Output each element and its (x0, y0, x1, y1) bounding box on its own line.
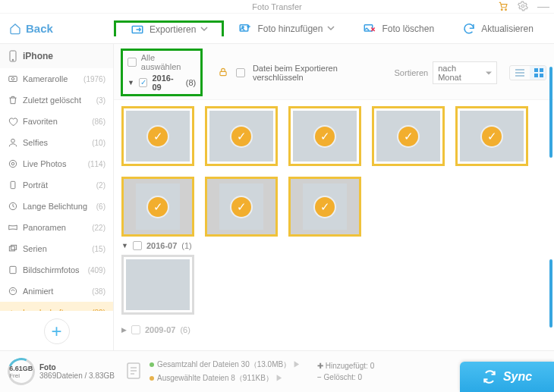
add-album-button[interactable]: + (44, 318, 70, 344)
encrypt-label: Datei beim Exportieren verschlüsseln (253, 64, 387, 82)
group-checkbox[interactable] (139, 78, 148, 87)
burst-icon (8, 243, 18, 254)
album-count: (409) (88, 266, 105, 274)
sidebar-item-kamerarolle[interactable]: Kamerarolle(1976) (0, 68, 113, 89)
sidebar-item-selfies[interactable]: Selfies(10) (0, 132, 113, 153)
album-label: Kamerarolle (23, 74, 68, 83)
group-name: 2009-07 (145, 325, 175, 334)
album-label: Live Photos (23, 159, 66, 168)
album-label: Bildschirmfotos (23, 265, 80, 274)
scrollbar[interactable] (549, 259, 552, 328)
album-label: Porträt (23, 180, 48, 190)
camera-icon (8, 74, 18, 84)
album-count: (2) (96, 181, 105, 190)
sidebar-item-favoriten[interactable]: Favoriten(86) (0, 111, 113, 132)
expand-icon[interactable]: ▶ (121, 326, 127, 334)
group-checkbox[interactable] (131, 325, 140, 334)
screen-icon (8, 265, 18, 275)
sidebar-item-landschaft[interactable]: Landschaft(30) (0, 302, 113, 311)
add-photo-button[interactable]: Foto hinzufügen (224, 21, 348, 36)
trash-icon (8, 95, 18, 105)
encrypt-checkbox[interactable] (236, 68, 245, 77)
sort-select[interactable]: nach Monat (433, 61, 496, 84)
album-label: Animiert (23, 287, 53, 296)
svg-rect-17 (11, 245, 17, 249)
svg-point-8 (12, 59, 14, 61)
sidebar-item-live-photos[interactable]: Live Photos(114) (0, 153, 113, 174)
add-photo-icon (238, 22, 253, 36)
photo-thumb[interactable] (121, 255, 194, 315)
sidebar-item-porträt[interactable]: Porträt(2) (0, 174, 113, 196)
album-count: (38) (92, 287, 105, 296)
view-list-icon[interactable] (510, 66, 530, 80)
view-toggle[interactable] (509, 65, 546, 80)
album-count: (86) (92, 118, 105, 126)
sort-label: Sortieren (395, 68, 429, 77)
sidebar-item-animiert[interactable]: Animiert(38) (0, 281, 113, 302)
sidebar-item-serien[interactable]: Serien(15) (0, 238, 113, 259)
group-checkbox[interactable] (133, 241, 142, 250)
selected-check-icon: ✓ (315, 197, 335, 217)
photo-thumb[interactable]: ✓ (372, 106, 445, 166)
photo-thumb[interactable]: ✓ (121, 106, 194, 166)
live-icon (8, 158, 18, 169)
photo-thumb[interactable]: ✓ (455, 106, 528, 166)
home-icon (9, 23, 21, 35)
svg-rect-20 (220, 71, 226, 75)
collapse-icon[interactable]: ▼ (121, 242, 128, 249)
chevron-down-icon (200, 24, 208, 35)
chevron-down-icon (327, 24, 335, 34)
sidebar-item-bildschirmfotos[interactable]: Bildschirmfotos(409) (0, 259, 113, 281)
selected-files: Ausgewählte Dateien 8（911KB） (157, 374, 273, 382)
device-name: iPhone (23, 51, 53, 61)
album-count: (10) (92, 139, 105, 147)
delete-photo-button[interactable]: Foto löschen (348, 21, 448, 36)
device-row[interactable]: iPhone (0, 44, 113, 68)
photo-thumb[interactable]: ✓ (205, 177, 278, 237)
storage-gauge: 6.61GBFrei Foto 3869Dateien / 3.83GB (8, 358, 115, 385)
svg-point-11 (11, 139, 15, 143)
svg-rect-14 (11, 181, 15, 188)
svg-rect-21 (534, 68, 538, 72)
select-all-checkbox[interactable] (127, 58, 137, 67)
album-label: Panoramen (23, 223, 66, 232)
export-button[interactable]: Exportieren (114, 20, 224, 36)
person-icon (8, 137, 18, 148)
selected-check-icon: ✓ (482, 127, 502, 146)
heart-icon (8, 116, 18, 127)
selected-check-icon: ✓ (231, 197, 251, 217)
sidebar-item-zuletzt-gelöscht[interactable]: Zuletzt gelöscht(3) (0, 89, 113, 111)
album-label: Favoriten (23, 117, 58, 126)
selected-check-icon: ✓ (148, 127, 168, 146)
photo-thumb[interactable]: ✓ (205, 106, 278, 166)
group-header[interactable]: ▶ 2009-07 (6) (121, 325, 546, 334)
delete-photo-icon (362, 22, 377, 36)
long-icon (8, 201, 18, 212)
album-label: Zuletzt gelöscht (23, 96, 81, 105)
cart-icon[interactable] (498, 1, 508, 13)
group-header[interactable]: ▼ 2016-07 (1) (121, 241, 546, 250)
sidebar-item-lange-belichtung[interactable]: Lange Belichtung(6) (0, 196, 113, 217)
photo-thumb[interactable]: ✓ (288, 106, 361, 166)
storage-type: Foto (39, 363, 115, 372)
app-title: Foto Transfer (252, 2, 301, 11)
selected-check-icon: ✓ (231, 127, 251, 146)
album-label: Lange Belichtung (23, 202, 87, 211)
scrollbar[interactable] (549, 67, 552, 158)
sync-button[interactable]: Sync (460, 362, 554, 392)
album-label: Selfies (23, 138, 48, 147)
refresh-button[interactable]: Aktualisieren (448, 21, 547, 36)
svg-rect-22 (540, 68, 543, 72)
album-count: (114) (88, 160, 105, 168)
select-all-label: Alle auswählen (141, 53, 196, 71)
phone-icon (9, 50, 17, 62)
view-grid-icon[interactable] (530, 66, 546, 80)
collapse-icon[interactable]: ▼ (127, 79, 134, 86)
photo-thumb[interactable]: ✓ (288, 177, 361, 237)
back-button[interactable]: Back (0, 22, 114, 35)
sidebar-item-panoramen[interactable]: Panoramen(22) (0, 217, 113, 238)
settings-icon[interactable] (518, 1, 528, 13)
photo-thumb[interactable]: ✓ (121, 177, 194, 237)
album-count: (15) (92, 245, 105, 253)
anim-icon (8, 286, 18, 296)
